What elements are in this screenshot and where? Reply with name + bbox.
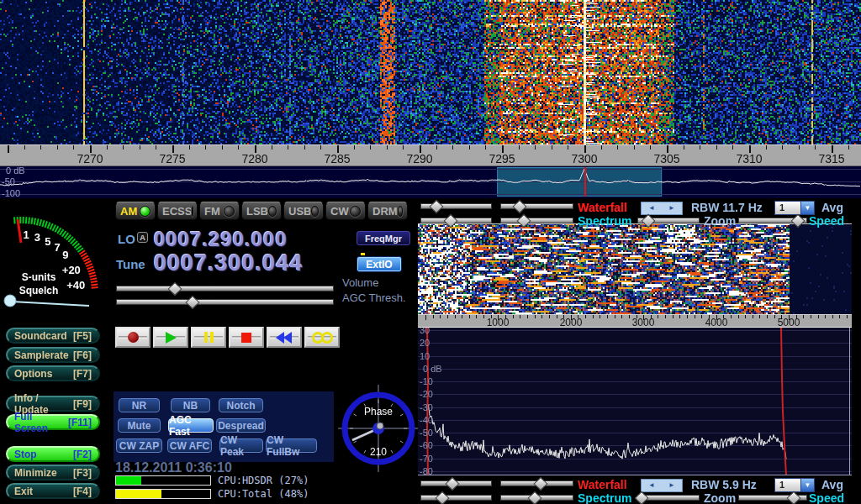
- bottom-waterfall-brightness-slider[interactable]: [420, 480, 492, 486]
- bottom-spectrum-lower-slider[interactable]: [500, 495, 573, 501]
- samplerate-button[interactable]: Samplerate[F6]: [6, 347, 100, 363]
- mode-button-lsb[interactable]: LSB: [241, 202, 282, 220]
- button-label: Options: [14, 368, 52, 380]
- top-speed-label: Speed: [809, 214, 844, 228]
- mode-button-ecss[interactable]: ECSS: [157, 202, 198, 220]
- mode-button-usb[interactable]: USB: [283, 202, 324, 220]
- dsp-cw-fullbw-button[interactable]: CW FullBw: [266, 438, 317, 453]
- agc-threshold-slider-thumb[interactable]: [186, 296, 200, 310]
- mode-button-am[interactable]: AM: [115, 202, 156, 220]
- bottom-spectrum-upper-slider-thumb[interactable]: [436, 491, 450, 504]
- top-waterfall-contrast-slider-thumb[interactable]: [513, 200, 527, 214]
- bottom-rbw-label: RBW 5.9 Hz: [691, 478, 757, 491]
- dsp-mute-button[interactable]: Mute: [118, 418, 161, 433]
- dropdown-arrow-icon[interactable]: ▼: [800, 479, 814, 491]
- top-spectrum-lower-slider[interactable]: [500, 218, 573, 223]
- main-waterfall[interactable]: [0, 0, 861, 144]
- loop-button[interactable]: [304, 327, 340, 348]
- mode-led-icon: [140, 206, 151, 217]
- extio-button[interactable]: ExtIO: [357, 256, 402, 272]
- record-button[interactable]: [115, 327, 151, 348]
- top-waterfall-contrast-slider[interactable]: [500, 203, 573, 209]
- top-waterfall-brightness-slider-thumb[interactable]: [430, 200, 444, 214]
- bottom-spectrum-lower-slider-thumb[interactable]: [528, 491, 542, 504]
- bottom-waterfall-pager[interactable]: ◄►: [641, 479, 683, 492]
- phase-dial[interactable]: [336, 378, 420, 479]
- bottom-zoom-slider-thumb[interactable]: [635, 491, 649, 504]
- top-waterfall-label: Waterfall: [578, 201, 627, 214]
- top-speed-slider[interactable]: [738, 218, 807, 223]
- full-screen-button[interactable]: Full Screen[F11]: [6, 414, 100, 430]
- play-button[interactable]: [153, 327, 188, 348]
- audio-waterfall[interactable]: [418, 223, 852, 314]
- audio-spectrum[interactable]: [418, 328, 852, 475]
- audio-frequency-scale[interactable]: [418, 314, 852, 328]
- bottom-speed-slider-thumb[interactable]: [787, 491, 801, 504]
- tune-frequency-value[interactable]: 0007.300.044: [154, 250, 303, 276]
- bottom-avg-value: 1: [775, 479, 800, 491]
- lo-frequency-value[interactable]: 0007.290.000: [154, 228, 288, 251]
- options-button[interactable]: Options[F7]: [6, 365, 100, 381]
- mode-label: USB: [288, 205, 311, 218]
- dsp-nr-button[interactable]: NR: [119, 398, 160, 412]
- bottom-spectrum-upper-slider[interactable]: [420, 495, 492, 501]
- main-spectrum[interactable]: [0, 166, 861, 198]
- dsp-panel: NRNBNotchMuteAGC FastDespreadCW ZAPCW AF…: [114, 391, 334, 462]
- extio-indicator: [361, 253, 365, 255]
- top-pager-right-icon[interactable]: ►: [668, 205, 675, 212]
- mode-button-fm[interactable]: FM: [199, 202, 240, 220]
- dsp-label: NR: [132, 400, 146, 412]
- bottom-waterfall-contrast-slider[interactable]: [500, 480, 573, 486]
- button-fkey: [F3]: [73, 467, 92, 479]
- bottom-speed-slider[interactable]: [738, 495, 807, 501]
- soundcard-button[interactable]: Soundcard[F5]: [6, 328, 100, 344]
- mode-label: LSB: [246, 205, 268, 218]
- mode-button-cw[interactable]: CW: [325, 202, 366, 220]
- bottom-zoom-slider[interactable]: [637, 495, 700, 501]
- stop-button[interactable]: [229, 327, 264, 348]
- top-avg-value: 1: [775, 202, 800, 214]
- dsp-label: CW AFC: [170, 440, 210, 452]
- dsp-cw-zap-button[interactable]: CW ZAP: [116, 438, 162, 453]
- rewind-button[interactable]: [267, 327, 302, 348]
- top-avg-select[interactable]: 1▼: [774, 201, 815, 215]
- bottom-pager-right-icon[interactable]: ►: [668, 482, 675, 489]
- dsp-nb-button[interactable]: NB: [171, 398, 210, 412]
- volume-slider[interactable]: [116, 286, 334, 291]
- exit-button[interactable]: Exit[F4]: [6, 483, 100, 499]
- bottom-waterfall-brightness-slider-thumb[interactable]: [446, 477, 460, 491]
- main-frequency-scale[interactable]: [0, 144, 861, 166]
- button-label: Samplerate: [14, 349, 69, 361]
- dsp-agc-fast-button[interactable]: AGC Fast: [168, 418, 214, 433]
- dsp-label: NB: [183, 400, 198, 412]
- bottom-avg-select[interactable]: 1▼: [774, 478, 815, 492]
- minimize-button[interactable]: Minimize[F3]: [6, 465, 100, 480]
- top-spectrum-upper-slider[interactable]: [420, 218, 492, 223]
- cpu-fill-hdsdr: [116, 476, 141, 485]
- cpu-bar-total: [115, 489, 211, 499]
- lo-lock-badge[interactable]: A: [137, 232, 148, 243]
- record-icon: [128, 332, 139, 343]
- s-meter[interactable]: [0, 199, 114, 332]
- bottom-pager-left-icon[interactable]: ◄: [648, 482, 655, 489]
- top-waterfall-pager[interactable]: ◄►: [641, 202, 683, 215]
- dsp-notch-button[interactable]: Notch: [219, 398, 263, 412]
- stop-button[interactable]: Stop[F2]: [6, 446, 100, 462]
- dropdown-arrow-icon[interactable]: ▼: [800, 202, 814, 214]
- dsp-label: AGC Fast: [169, 414, 213, 438]
- top-zoom-slider[interactable]: [637, 218, 700, 223]
- dsp-cw-peak-button[interactable]: CW Peak: [219, 438, 263, 453]
- dsp-cw-afc-button[interactable]: CW AFC: [167, 438, 212, 453]
- agc-threshold-slider[interactable]: [116, 299, 334, 305]
- top-pager-left-icon[interactable]: ◄: [648, 205, 655, 212]
- dsp-despread-button[interactable]: Despread: [216, 418, 266, 433]
- top-waterfall-brightness-slider[interactable]: [420, 203, 492, 209]
- mode-button-drm[interactable]: DRM: [367, 202, 408, 220]
- dsp-label: Notch: [227, 400, 256, 412]
- freqmgr-button[interactable]: FreqMgr: [357, 231, 410, 245]
- volume-slider-thumb[interactable]: [168, 282, 182, 297]
- bottom-waterfall-contrast-slider-thumb[interactable]: [534, 477, 548, 491]
- pause-button[interactable]: [191, 327, 226, 348]
- bottom-waterfall-label: Waterfall: [578, 478, 627, 491]
- info-update-button[interactable]: Info / Update[F9]: [6, 396, 100, 412]
